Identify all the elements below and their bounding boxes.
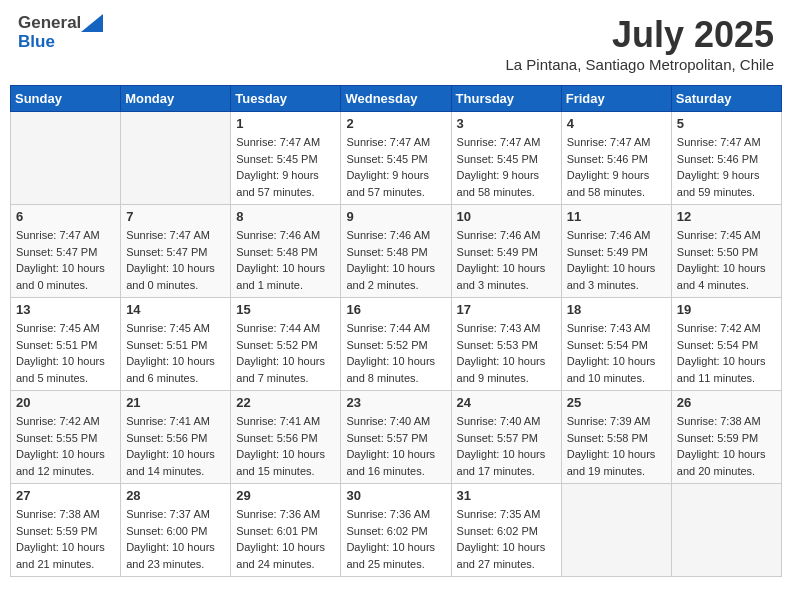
calendar-cell: 8Sunrise: 7:46 AM Sunset: 5:48 PM Daylig… — [231, 205, 341, 298]
day-number: 24 — [457, 395, 556, 410]
logo-blue-text: Blue — [18, 33, 103, 52]
calendar-cell: 28Sunrise: 7:37 AM Sunset: 6:00 PM Dayli… — [121, 484, 231, 577]
calendar-cell: 27Sunrise: 7:38 AM Sunset: 5:59 PM Dayli… — [11, 484, 121, 577]
calendar-week-5: 27Sunrise: 7:38 AM Sunset: 5:59 PM Dayli… — [11, 484, 782, 577]
day-number: 9 — [346, 209, 445, 224]
day-info: Sunrise: 7:47 AM Sunset: 5:45 PM Dayligh… — [457, 134, 556, 200]
day-info: Sunrise: 7:45 AM Sunset: 5:51 PM Dayligh… — [126, 320, 225, 386]
day-number: 25 — [567, 395, 666, 410]
calendar-cell: 10Sunrise: 7:46 AM Sunset: 5:49 PM Dayli… — [451, 205, 561, 298]
day-info: Sunrise: 7:40 AM Sunset: 5:57 PM Dayligh… — [457, 413, 556, 479]
day-info: Sunrise: 7:37 AM Sunset: 6:00 PM Dayligh… — [126, 506, 225, 572]
calendar-cell: 9Sunrise: 7:46 AM Sunset: 5:48 PM Daylig… — [341, 205, 451, 298]
calendar-week-2: 6Sunrise: 7:47 AM Sunset: 5:47 PM Daylig… — [11, 205, 782, 298]
logo-general-text: General — [18, 14, 81, 33]
day-number: 11 — [567, 209, 666, 224]
calendar-cell: 6Sunrise: 7:47 AM Sunset: 5:47 PM Daylig… — [11, 205, 121, 298]
day-number: 2 — [346, 116, 445, 131]
day-number: 23 — [346, 395, 445, 410]
day-info: Sunrise: 7:46 AM Sunset: 5:49 PM Dayligh… — [567, 227, 666, 293]
day-info: Sunrise: 7:38 AM Sunset: 5:59 PM Dayligh… — [677, 413, 776, 479]
day-info: Sunrise: 7:47 AM Sunset: 5:46 PM Dayligh… — [677, 134, 776, 200]
calendar-cell — [121, 112, 231, 205]
day-info: Sunrise: 7:43 AM Sunset: 5:53 PM Dayligh… — [457, 320, 556, 386]
day-number: 26 — [677, 395, 776, 410]
day-info: Sunrise: 7:40 AM Sunset: 5:57 PM Dayligh… — [346, 413, 445, 479]
day-number: 17 — [457, 302, 556, 317]
month-title: July 2025 — [505, 14, 774, 56]
calendar-cell: 3Sunrise: 7:47 AM Sunset: 5:45 PM Daylig… — [451, 112, 561, 205]
calendar-cell: 24Sunrise: 7:40 AM Sunset: 5:57 PM Dayli… — [451, 391, 561, 484]
day-info: Sunrise: 7:45 AM Sunset: 5:51 PM Dayligh… — [16, 320, 115, 386]
page-header: General Blue July 2025 La Pintana, Santi… — [10, 10, 782, 77]
day-number: 21 — [126, 395, 225, 410]
day-info: Sunrise: 7:38 AM Sunset: 5:59 PM Dayligh… — [16, 506, 115, 572]
day-info: Sunrise: 7:36 AM Sunset: 6:01 PM Dayligh… — [236, 506, 335, 572]
svg-marker-0 — [81, 14, 103, 32]
day-info: Sunrise: 7:42 AM Sunset: 5:55 PM Dayligh… — [16, 413, 115, 479]
logo-triangle-icon — [81, 14, 103, 32]
day-number: 5 — [677, 116, 776, 131]
logo: General Blue — [18, 14, 103, 51]
day-info: Sunrise: 7:47 AM Sunset: 5:46 PM Dayligh… — [567, 134, 666, 200]
day-number: 16 — [346, 302, 445, 317]
day-number: 30 — [346, 488, 445, 503]
day-number: 4 — [567, 116, 666, 131]
calendar-cell: 20Sunrise: 7:42 AM Sunset: 5:55 PM Dayli… — [11, 391, 121, 484]
calendar-cell: 5Sunrise: 7:47 AM Sunset: 5:46 PM Daylig… — [671, 112, 781, 205]
calendar-cell: 7Sunrise: 7:47 AM Sunset: 5:47 PM Daylig… — [121, 205, 231, 298]
weekday-saturday: Saturday — [671, 86, 781, 112]
calendar-cell: 21Sunrise: 7:41 AM Sunset: 5:56 PM Dayli… — [121, 391, 231, 484]
calendar-cell — [561, 484, 671, 577]
calendar-cell: 14Sunrise: 7:45 AM Sunset: 5:51 PM Dayli… — [121, 298, 231, 391]
day-number: 20 — [16, 395, 115, 410]
weekday-header-row: SundayMondayTuesdayWednesdayThursdayFrid… — [11, 86, 782, 112]
day-info: Sunrise: 7:36 AM Sunset: 6:02 PM Dayligh… — [346, 506, 445, 572]
day-info: Sunrise: 7:39 AM Sunset: 5:58 PM Dayligh… — [567, 413, 666, 479]
day-number: 14 — [126, 302, 225, 317]
calendar-cell: 29Sunrise: 7:36 AM Sunset: 6:01 PM Dayli… — [231, 484, 341, 577]
day-number: 19 — [677, 302, 776, 317]
day-info: Sunrise: 7:42 AM Sunset: 5:54 PM Dayligh… — [677, 320, 776, 386]
day-number: 15 — [236, 302, 335, 317]
calendar-cell: 23Sunrise: 7:40 AM Sunset: 5:57 PM Dayli… — [341, 391, 451, 484]
day-number: 12 — [677, 209, 776, 224]
day-info: Sunrise: 7:46 AM Sunset: 5:49 PM Dayligh… — [457, 227, 556, 293]
calendar-cell: 31Sunrise: 7:35 AM Sunset: 6:02 PM Dayli… — [451, 484, 561, 577]
day-info: Sunrise: 7:44 AM Sunset: 5:52 PM Dayligh… — [346, 320, 445, 386]
day-info: Sunrise: 7:41 AM Sunset: 5:56 PM Dayligh… — [236, 413, 335, 479]
day-number: 1 — [236, 116, 335, 131]
calendar-cell: 26Sunrise: 7:38 AM Sunset: 5:59 PM Dayli… — [671, 391, 781, 484]
calendar-body: 1Sunrise: 7:47 AM Sunset: 5:45 PM Daylig… — [11, 112, 782, 577]
weekday-thursday: Thursday — [451, 86, 561, 112]
calendar-cell: 16Sunrise: 7:44 AM Sunset: 5:52 PM Dayli… — [341, 298, 451, 391]
day-info: Sunrise: 7:47 AM Sunset: 5:47 PM Dayligh… — [16, 227, 115, 293]
day-info: Sunrise: 7:47 AM Sunset: 5:45 PM Dayligh… — [346, 134, 445, 200]
calendar-cell: 13Sunrise: 7:45 AM Sunset: 5:51 PM Dayli… — [11, 298, 121, 391]
calendar-cell: 19Sunrise: 7:42 AM Sunset: 5:54 PM Dayli… — [671, 298, 781, 391]
day-number: 28 — [126, 488, 225, 503]
day-info: Sunrise: 7:47 AM Sunset: 5:45 PM Dayligh… — [236, 134, 335, 200]
day-number: 7 — [126, 209, 225, 224]
calendar-table: SundayMondayTuesdayWednesdayThursdayFrid… — [10, 85, 782, 577]
day-info: Sunrise: 7:35 AM Sunset: 6:02 PM Dayligh… — [457, 506, 556, 572]
calendar-cell: 11Sunrise: 7:46 AM Sunset: 5:49 PM Dayli… — [561, 205, 671, 298]
weekday-sunday: Sunday — [11, 86, 121, 112]
day-info: Sunrise: 7:46 AM Sunset: 5:48 PM Dayligh… — [346, 227, 445, 293]
calendar-cell: 2Sunrise: 7:47 AM Sunset: 5:45 PM Daylig… — [341, 112, 451, 205]
day-info: Sunrise: 7:45 AM Sunset: 5:50 PM Dayligh… — [677, 227, 776, 293]
day-number: 8 — [236, 209, 335, 224]
day-info: Sunrise: 7:43 AM Sunset: 5:54 PM Dayligh… — [567, 320, 666, 386]
calendar-week-1: 1Sunrise: 7:47 AM Sunset: 5:45 PM Daylig… — [11, 112, 782, 205]
calendar-cell — [11, 112, 121, 205]
calendar-cell: 12Sunrise: 7:45 AM Sunset: 5:50 PM Dayli… — [671, 205, 781, 298]
day-number: 10 — [457, 209, 556, 224]
calendar-week-4: 20Sunrise: 7:42 AM Sunset: 5:55 PM Dayli… — [11, 391, 782, 484]
calendar-cell: 22Sunrise: 7:41 AM Sunset: 5:56 PM Dayli… — [231, 391, 341, 484]
calendar-cell: 25Sunrise: 7:39 AM Sunset: 5:58 PM Dayli… — [561, 391, 671, 484]
day-number: 29 — [236, 488, 335, 503]
weekday-monday: Monday — [121, 86, 231, 112]
day-info: Sunrise: 7:47 AM Sunset: 5:47 PM Dayligh… — [126, 227, 225, 293]
day-number: 6 — [16, 209, 115, 224]
weekday-friday: Friday — [561, 86, 671, 112]
